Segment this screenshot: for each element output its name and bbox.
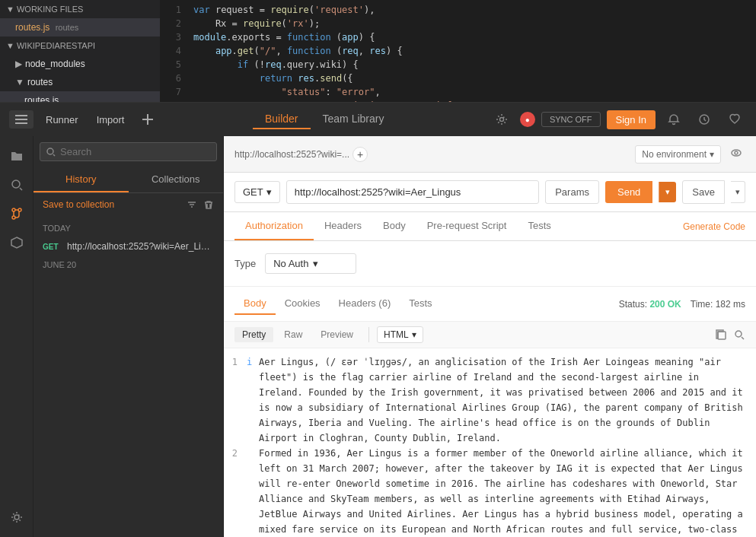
- time-value: 182 ms: [716, 299, 745, 310]
- routes-js-main[interactable]: routes.js: [0, 91, 160, 102]
- format-tab-raw[interactable]: Raw: [276, 327, 310, 342]
- sidebar-tabs: History Collections: [33, 167, 223, 193]
- svg-point-17: [735, 331, 742, 337]
- response-tabs: Body Cookies Headers (6) Tests: [234, 293, 442, 315]
- sign-in-button[interactable]: Sign In: [607, 110, 656, 129]
- send-dropdown-button[interactable]: ▾: [659, 182, 676, 202]
- auth-type-arrow: ▾: [313, 258, 318, 269]
- tab-collections[interactable]: Collections: [129, 167, 224, 192]
- save-button[interactable]: Save: [682, 180, 725, 204]
- auth-type-select[interactable]: No Auth ▾: [265, 253, 356, 274]
- sidebar-sort-icon[interactable]: [187, 199, 197, 210]
- save-dropdown-button[interactable]: ▾: [731, 181, 745, 203]
- svg-point-5: [499, 118, 503, 122]
- response-section: Body Cookies Headers (6) Tests Status: 2…: [224, 287, 756, 537]
- auth-type-value: No Auth: [273, 258, 308, 269]
- nav-tabs: Builder Team Library: [165, 110, 483, 129]
- method-select[interactable]: GET ▾: [234, 181, 280, 203]
- tab-resp-tests[interactable]: Tests: [400, 293, 441, 315]
- resp-line-2: 2 Formed in 1936, Aer Lingus is a former…: [224, 446, 756, 537]
- format-type-select[interactable]: HTML ▾: [377, 326, 423, 343]
- tab-pre-request-script[interactable]: Pre-request Script: [416, 212, 518, 240]
- sidebar: History Collections Save to collection T…: [33, 136, 224, 537]
- auth-section: Type No Auth ▾: [224, 241, 756, 287]
- copy-icon[interactable]: [715, 329, 727, 341]
- tab-resp-headers[interactable]: Headers (6): [330, 293, 400, 315]
- add-tab-button[interactable]: +: [352, 147, 368, 162]
- tab-body[interactable]: Body: [372, 212, 416, 240]
- svg-rect-2: [15, 122, 27, 124]
- sidebar-trash-icon[interactable]: [203, 199, 214, 210]
- svg-point-14: [732, 150, 741, 156]
- tab-history[interactable]: History: [33, 167, 129, 192]
- svg-rect-16: [718, 332, 726, 339]
- tab-authorization[interactable]: Authorization: [234, 212, 314, 240]
- file-tree: ▼ WORKING FILES routes.js routes ▼ WIKIP…: [0, 0, 160, 102]
- app-header: Runner Import Builder Team Library ● SYN…: [0, 103, 756, 136]
- tab-builder[interactable]: Builder: [253, 110, 311, 129]
- request-tabs: Authorization Headers Body Pre-request S…: [224, 212, 756, 241]
- format-type-arrow: ▾: [412, 329, 416, 340]
- tab-headers[interactable]: Headers: [314, 212, 372, 240]
- search-input[interactable]: [60, 146, 210, 157]
- eye-button[interactable]: [727, 144, 745, 164]
- response-format-bar: Pretty Raw Preview HTML ▾: [224, 322, 756, 348]
- save-collection-link[interactable]: Save to collection: [43, 199, 114, 210]
- response-body: 1 i Aer Lingus, (/ ɛər ˈlɪŋɡəs/, an angl…: [224, 348, 756, 537]
- new-tab-button[interactable]: [136, 111, 159, 128]
- code-content[interactable]: var request = require('request'), Rx = r…: [187, 0, 756, 102]
- tab-resp-body[interactable]: Body: [234, 293, 276, 315]
- svg-point-7: [12, 180, 20, 188]
- notification-button[interactable]: [662, 110, 686, 129]
- tab-tests[interactable]: Tests: [517, 212, 561, 240]
- routes-js-working[interactable]: routes.js routes: [0, 18, 160, 37]
- request-bar: http://localhost:2525?wiki=... + No envi…: [224, 136, 756, 173]
- environment-selector[interactable]: No environment ▾: [635, 145, 721, 164]
- format-icons: [715, 329, 745, 341]
- search-box[interactable]: [40, 142, 217, 161]
- url-tab-label: http://localhost:2525?wiki=...: [234, 149, 349, 160]
- wikipedia-api-header[interactable]: ▼ WIKIPEDIARESTAPI: [0, 37, 160, 55]
- folder-icon[interactable]: [3, 142, 30, 170]
- format-type-label: HTML: [384, 329, 409, 340]
- node-modules[interactable]: ▶node_modules: [0, 55, 160, 73]
- code-area: 12345678 var request = require('request'…: [160, 0, 756, 102]
- send-button[interactable]: Send: [605, 181, 652, 203]
- working-files-header[interactable]: ▼ WORKING FILES: [0, 0, 160, 18]
- plugin-icon[interactable]: [3, 229, 30, 256]
- heart-button[interactable]: [723, 110, 747, 129]
- format-tab-pretty[interactable]: Pretty: [234, 327, 273, 342]
- git-icon[interactable]: [3, 200, 30, 227]
- tab-team-library[interactable]: Team Library: [311, 110, 397, 129]
- sidebar-actions: Save to collection: [33, 193, 223, 216]
- history-url: http://localhost:2525?wiki=Aer_Lingus: [67, 241, 214, 252]
- settings-icon-btn[interactable]: [490, 110, 514, 129]
- status-label: Status: 200 OK: [619, 299, 681, 310]
- routes-folder[interactable]: ▼routes: [0, 73, 160, 91]
- method-label: GET: [243, 186, 263, 198]
- settings-rail-icon[interactable]: [3, 504, 30, 531]
- import-button[interactable]: Import: [91, 111, 131, 129]
- search-rail-icon[interactable]: [3, 171, 30, 199]
- time-label: Time: 182 ms: [691, 299, 745, 310]
- today-label: Today: [33, 219, 223, 237]
- response-status: Status: 200 OK Time: 182 ms: [619, 299, 745, 310]
- resp-line-1: 1 i Aer Lingus, (/ ɛər ˈlɪŋɡəs/, an angl…: [224, 354, 756, 446]
- params-button[interactable]: Params: [545, 180, 599, 204]
- history-header-button[interactable]: [692, 110, 716, 129]
- request-input-area: GET ▾ Params Send ▾ Save ▾: [224, 173, 756, 212]
- generate-code-link[interactable]: Generate Code: [683, 221, 745, 232]
- svg-rect-4: [147, 114, 148, 125]
- sync-button[interactable]: SYNC OFF: [541, 112, 601, 127]
- svg-rect-0: [15, 115, 27, 116]
- tab-resp-cookies[interactable]: Cookies: [276, 293, 330, 315]
- format-tab-preview[interactable]: Preview: [313, 327, 361, 342]
- search-response-icon[interactable]: [733, 329, 745, 341]
- svg-point-13: [47, 148, 53, 154]
- url-input[interactable]: [286, 180, 539, 204]
- list-item[interactable]: GET http://localhost:2525?wiki=Aer_Lingu…: [33, 237, 223, 256]
- history-section: Today GET http://localhost:2525?wiki=Aer…: [33, 216, 223, 537]
- runner-button[interactable]: Runner: [40, 111, 85, 129]
- svg-marker-11: [11, 237, 22, 248]
- toggle-sidebar-button[interactable]: [9, 110, 33, 129]
